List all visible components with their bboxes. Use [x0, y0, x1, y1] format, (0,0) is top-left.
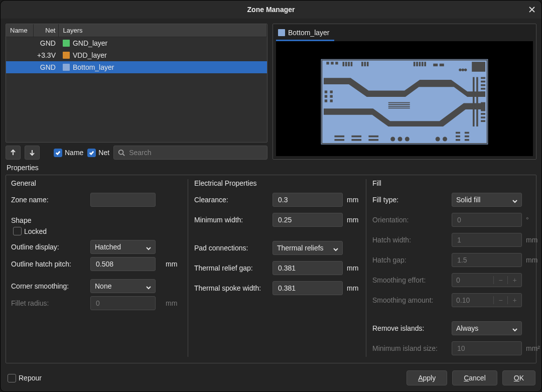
move-up-button[interactable]: [6, 146, 21, 160]
clearance-label: Clearance:: [194, 196, 268, 204]
outline-hatch-pitch-input[interactable]: [90, 257, 156, 271]
svg-rect-16: [419, 62, 421, 66]
svg-rect-56: [325, 90, 327, 93]
checkbox-icon: [87, 149, 96, 157]
table-row[interactable]: +3.3VVDD_layer: [6, 49, 267, 61]
svg-rect-54: [465, 136, 469, 138]
fill-type-select[interactable]: Solid fill: [452, 193, 522, 207]
zone-list-panel: Name Net Layers GNDGND_layer+3.3VVDD_lay…: [6, 24, 267, 160]
filter-net-checkbox[interactable]: Net: [87, 149, 109, 157]
fill-heading: Fill: [372, 179, 541, 188]
svg-rect-57: [325, 95, 327, 97]
zone-table[interactable]: Name Net Layers GNDGND_layer+3.3VVDD_lay…: [6, 24, 267, 143]
table-row[interactable]: GNDBottom_layer: [6, 61, 267, 73]
fillet-radius-input: [90, 296, 156, 310]
search-input[interactable]: [113, 146, 267, 160]
outline-hatch-pitch-label: Outline hatch pitch:: [11, 260, 86, 268]
cell-name: [6, 49, 33, 61]
svg-rect-53: [465, 132, 469, 134]
svg-rect-28: [481, 88, 485, 90]
table-row[interactable]: GNDGND_layer: [6, 37, 267, 50]
electrical-heading: Electrical Properties: [194, 179, 360, 188]
thermal-spoke-width-input[interactable]: [273, 281, 343, 295]
fill-column: Fill Fill type: Solid fill Orientation: …: [372, 179, 541, 357]
outline-display-select[interactable]: Hatched: [90, 240, 156, 254]
svg-rect-55: [465, 139, 469, 141]
unit-mm: mm: [347, 284, 363, 292]
pad-connections-select[interactable]: Thermal reliefs: [273, 241, 343, 255]
svg-rect-51: [456, 136, 460, 138]
col-header-name[interactable]: Name: [6, 24, 33, 37]
svg-rect-8: [345, 62, 347, 66]
unit-mm: mm: [166, 260, 182, 268]
svg-rect-4: [326, 62, 329, 64]
thermal-relief-gap-label: Thermal relief gap:: [194, 264, 268, 272]
dialog-footer: Repour Apply Cancel OK: [1, 366, 541, 391]
pad-connections-label: Pad connections:: [194, 244, 268, 252]
svg-rect-32: [481, 106, 485, 108]
svg-rect-7: [343, 62, 345, 66]
cell-layer: Bottom_layer: [59, 61, 267, 73]
svg-rect-10: [351, 62, 353, 66]
remove-islands-select[interactable]: Always: [452, 321, 522, 335]
corner-smoothing-label: Corner smoothing:: [11, 282, 86, 290]
cell-name: [6, 61, 33, 73]
general-heading: General: [11, 179, 182, 188]
svg-rect-62: [388, 102, 410, 103]
chevron-down-icon: [146, 284, 151, 289]
hatch-width-input: [452, 233, 522, 247]
ok-button[interactable]: OK: [502, 370, 535, 385]
svg-rect-17: [422, 62, 424, 66]
filter-name-label: Name: [65, 149, 83, 157]
svg-rect-52: [456, 139, 460, 141]
pcb-preview-canvas[interactable]: [276, 41, 533, 156]
min-island-size-label: Minimum island size:: [372, 344, 448, 352]
svg-rect-13: [367, 62, 369, 66]
zone-name-input[interactable]: [90, 193, 156, 207]
cancel-button[interactable]: Cancel: [452, 370, 497, 385]
zone-manager-window: Zone Manager Name Net Layers GNDGND_laye…: [0, 0, 542, 392]
svg-rect-31: [481, 102, 485, 104]
arrow-up-icon: [10, 149, 17, 156]
clearance-input[interactable]: [273, 193, 343, 207]
preview-tab[interactable]: Bottom_layer: [276, 26, 334, 41]
properties-panel: General Zone name: Shape Locked Outline …: [6, 175, 536, 363]
minus-icon: −: [493, 296, 507, 304]
filter-name-checkbox[interactable]: Name: [54, 149, 83, 157]
move-down-button[interactable]: [25, 146, 40, 160]
svg-rect-27: [481, 84, 485, 86]
corner-smoothing-select[interactable]: None: [90, 279, 156, 293]
chevron-down-icon: [333, 245, 338, 250]
min-width-input[interactable]: [273, 213, 343, 227]
svg-point-48: [436, 137, 440, 142]
cell-net: +3.3V: [33, 49, 59, 61]
unit-mm: mm: [347, 196, 363, 204]
col-header-net[interactable]: Net: [33, 24, 59, 37]
svg-rect-18: [424, 62, 426, 66]
apply-button[interactable]: Apply: [406, 370, 447, 385]
arrow-down-icon: [29, 149, 36, 156]
smoothing-effort-spinner: 0 − +: [452, 273, 522, 287]
locked-checkbox[interactable]: Locked: [13, 227, 182, 235]
svg-rect-2: [321, 59, 488, 145]
col-header-layers[interactable]: Layers: [59, 24, 267, 37]
properties-heading: Properties: [6, 163, 536, 172]
thermal-relief-gap-input[interactable]: [273, 261, 343, 275]
min-island-size-input: [452, 341, 522, 355]
repour-checkbox[interactable]: Repour: [8, 374, 42, 382]
svg-point-23: [464, 69, 467, 71]
close-button[interactable]: [525, 3, 538, 16]
repour-label: Repour: [19, 374, 42, 382]
svg-rect-30: [481, 95, 485, 97]
smoothing-amount-spinner: 0.10 − +: [452, 293, 522, 307]
svg-rect-29: [481, 91, 485, 93]
separator: [188, 179, 188, 357]
svg-rect-20: [440, 64, 444, 66]
cell-name: [6, 37, 33, 50]
svg-rect-35: [481, 116, 485, 118]
layer-swatch-icon: [278, 29, 285, 36]
svg-point-49: [443, 137, 447, 142]
cell-net: GND: [33, 37, 59, 50]
svg-rect-41: [351, 136, 361, 138]
svg-rect-11: [361, 62, 363, 66]
